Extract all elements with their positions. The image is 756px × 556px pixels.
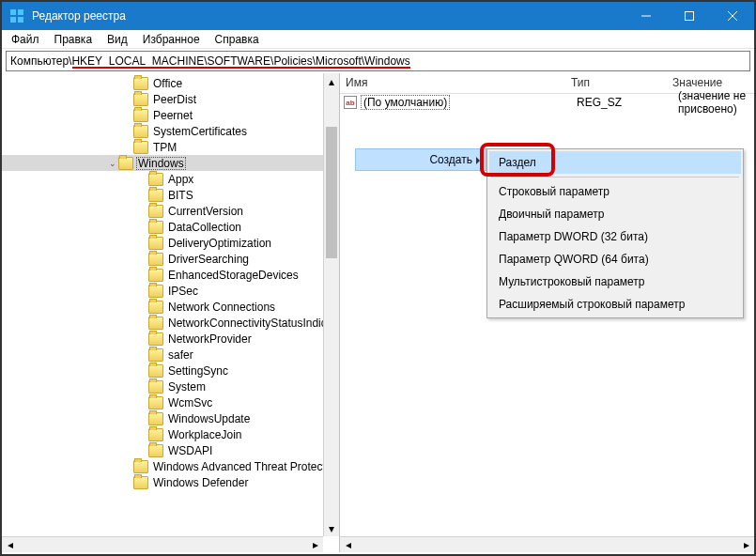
tree-item-label: Windows Advanced Threat Protectio (151, 460, 336, 473)
folder-icon (148, 317, 163, 330)
tree-scrollbar-horizontal[interactable]: ◂ ▸ (2, 536, 323, 552)
folder-icon (148, 348, 163, 362)
tree-item[interactable]: WindowsUpdate (2, 410, 339, 426)
tree-item[interactable]: Network Connections (2, 299, 339, 315)
folder-icon (133, 93, 148, 106)
col-name[interactable]: Имя (340, 73, 565, 93)
submenu-item[interactable]: Мультистроковый параметр (489, 270, 741, 293)
tree-item-label: PeerDist (151, 93, 198, 106)
tree-item[interactable]: NetworkConnectivityStatusIndic (2, 315, 339, 331)
scroll-left-icon[interactable]: ◂ (340, 537, 356, 552)
list-item[interactable]: ab (По умолчанию) REG_SZ (значение не пр… (340, 94, 754, 111)
tree-item[interactable]: EnhancedStorageDevices (2, 267, 339, 283)
submenu-item[interactable]: Расширяемый строковый параметр (489, 293, 741, 316)
tree-item[interactable]: TPM (2, 139, 339, 155)
tree-item[interactable]: PeerDist (2, 91, 339, 107)
minimize-button[interactable] (625, 2, 668, 30)
chevron-down-icon[interactable]: ⌄ (107, 159, 118, 168)
tree-item[interactable]: WSDAPI (2, 442, 339, 458)
folder-icon (148, 444, 163, 457)
tree-item[interactable]: DriverSearching (2, 251, 339, 267)
menu-favorites[interactable]: Избранное (135, 31, 208, 48)
tree-item[interactable]: Windows Defender (2, 474, 339, 490)
window-title: Редактор реестра (32, 9, 625, 23)
tree-item-label: WSDAPI (166, 444, 214, 457)
tree-item-label: Windows Defender (151, 476, 250, 489)
tree-item[interactable]: Peernet (2, 107, 339, 123)
svg-rect-3 (18, 17, 23, 23)
maximize-button[interactable] (668, 2, 711, 30)
svg-rect-1 (18, 9, 23, 15)
close-button[interactable] (711, 2, 754, 30)
tree-item-label: DataCollection (166, 221, 243, 234)
list-scrollbar-horizontal[interactable]: ◂ ▸ (340, 536, 754, 552)
folder-icon (148, 285, 163, 298)
submenu-item[interactable]: Строковый параметр (489, 180, 741, 203)
menubar: Файл Правка Вид Избранное Справка (2, 30, 754, 49)
submenu-item[interactable]: Параметр DWORD (32 бита) (489, 225, 741, 248)
scroll-left-icon[interactable]: ◂ (2, 537, 18, 552)
folder-icon (148, 173, 163, 186)
folder-icon (133, 460, 148, 473)
folder-icon (133, 109, 148, 122)
tree-item[interactable]: SettingSync (2, 363, 339, 378)
tree-item-label: WorkplaceJoin (166, 428, 243, 441)
regedit-icon (9, 8, 24, 23)
tree-item[interactable]: NetworkProvider (2, 331, 339, 347)
tree-item[interactable]: IPSec (2, 283, 339, 299)
value-data: (значение не присвоено) (678, 89, 754, 116)
scroll-right-icon[interactable]: ▸ (307, 537, 323, 552)
tree-item[interactable]: SystemCertificates (2, 123, 339, 139)
tree-item[interactable]: Windows Advanced Threat Protectio (2, 458, 339, 474)
tree-item[interactable]: System (2, 378, 339, 394)
submenu-item[interactable]: Раздел (489, 151, 741, 174)
tree-item-label: Network Connections (166, 301, 277, 314)
context-menu-create[interactable]: Создать (355, 148, 486, 171)
tree-item[interactable]: Appx (2, 171, 339, 187)
menu-file[interactable]: Файл (4, 31, 47, 48)
tree-pane[interactable]: OfficePeerDistPeernetSystemCertificatesT… (2, 73, 340, 552)
menu-edit[interactable]: Правка (47, 31, 100, 48)
folder-icon (133, 476, 148, 489)
tree-item-label: CurrentVersion (166, 205, 245, 218)
folder-icon (133, 77, 148, 90)
tree-item[interactable]: DeliveryOptimization (2, 235, 339, 251)
tree-item[interactable]: DataCollection (2, 219, 339, 235)
submenu-item[interactable]: Параметр QWORD (64 бита) (489, 248, 741, 270)
col-type[interactable]: Тип (565, 73, 667, 93)
reg-sz-icon: ab (344, 96, 357, 109)
scroll-up-icon[interactable]: ▴ (324, 73, 339, 89)
folder-icon (133, 125, 148, 138)
tree-item[interactable]: WorkplaceJoin (2, 426, 339, 442)
tree-item-label: Windows (136, 157, 186, 170)
tree-item-label: System (166, 380, 208, 394)
tree-item-label: EnhancedStorageDevices (166, 269, 301, 282)
folder-icon (148, 189, 163, 202)
scroll-down-icon[interactable]: ▾ (324, 520, 339, 536)
context-menu-label: Создать (429, 153, 472, 166)
folder-icon (148, 269, 163, 282)
value-name: (По умолчанию) (361, 95, 450, 110)
tree-item[interactable]: Office (2, 75, 339, 91)
tree-item-label: safer (166, 348, 195, 362)
submenu-item[interactable]: Двоичный параметр (489, 203, 741, 225)
menu-view[interactable]: Вид (100, 31, 135, 48)
context-submenu: РазделСтроковый параметрДвоичный парамет… (486, 148, 744, 318)
tree-scrollbar-vertical[interactable]: ▴ ▾ (323, 73, 339, 536)
scroll-thumb[interactable] (326, 127, 337, 258)
address-bar[interactable]: Компьютер\HKEY_LOCAL_MACHINE\SOFTWARE\Po… (6, 51, 750, 71)
titlebar[interactable]: Редактор реестра (2, 2, 754, 30)
tree-item-label: WindowsUpdate (166, 412, 252, 425)
tree-item[interactable]: ⌄Windows (2, 155, 339, 171)
tree-item[interactable]: WcmSvc (2, 394, 339, 410)
menu-help[interactable]: Справка (208, 31, 267, 48)
tree-item-label: SystemCertificates (151, 125, 249, 138)
folder-icon (118, 157, 133, 170)
tree-item-label: DriverSearching (166, 253, 251, 266)
folder-icon (148, 396, 163, 409)
tree-item-label: Office (151, 77, 184, 90)
tree-item[interactable]: safer (2, 347, 339, 363)
tree-item[interactable]: CurrentVersion (2, 203, 339, 219)
tree-item[interactable]: BITS (2, 187, 339, 203)
scroll-right-icon[interactable]: ▸ (738, 537, 754, 552)
